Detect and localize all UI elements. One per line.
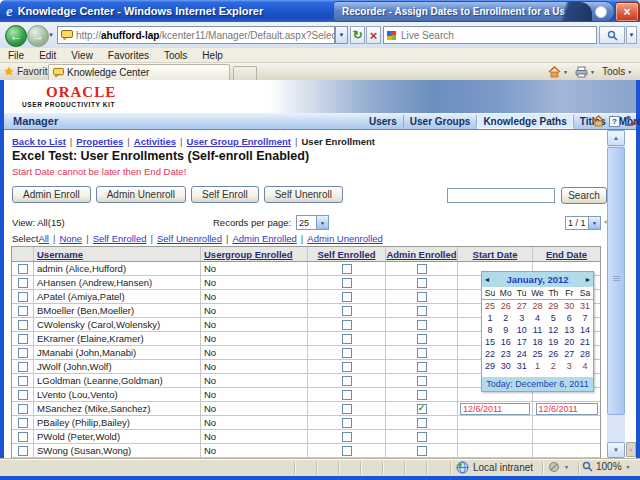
admin-enrolled-checkbox[interactable] [417,348,427,358]
column-header-self-enrolled[interactable]: Self Enrolled [308,247,386,261]
calendar-day-cell[interactable]: 22 [482,348,498,360]
row-checkbox[interactable] [18,404,28,414]
calendar-day-cell[interactable]: 31 [514,360,530,372]
admin-enrolled-checkbox[interactable] [417,432,427,442]
calendar-day-cell[interactable]: 25 [530,348,546,360]
row-checkbox[interactable] [18,376,28,386]
content-scrollbar[interactable]: ▲ ▼ [607,130,625,458]
refresh-button[interactable]: ↻ [350,26,365,44]
self-enrolled-checkbox[interactable] [342,376,352,386]
calendar-day-cell[interactable]: 14 [577,324,593,336]
calendar-day-cell[interactable]: 23 [498,348,514,360]
window-scroll-down-button[interactable]: ▼ [626,442,636,457]
calendar-day-cell[interactable]: 28 [530,300,546,312]
calendar-day-cell[interactable]: 3 [561,360,577,372]
calendar-day-cell[interactable]: 15 [482,336,498,348]
new-tab-button[interactable] [233,66,257,81]
recent-pages-dropdown[interactable]: ▼ [48,32,54,38]
end-date-input[interactable]: 12/6/2011 [536,403,598,415]
scroll-up-button[interactable]: ▲ [607,130,625,146]
calendar-day-cell[interactable]: 9 [498,324,514,336]
admin-enroll-button[interactable]: Admin Enroll [12,186,91,203]
breadcrumb-back-to-list[interactable]: Back to List [12,136,66,147]
select-link-admin-enrolled[interactable]: Admin Enrolled [232,233,296,244]
calendar-day-cell[interactable]: 13 [561,324,577,336]
menu-edit[interactable]: Edit [39,50,56,61]
row-checkbox[interactable] [18,432,28,442]
admin-enrolled-checkbox[interactable] [417,264,427,274]
select-link-all[interactable]: All [38,233,49,244]
column-header-start-date[interactable]: Start Date [458,247,533,261]
select-link-self-enrolled[interactable]: Self Enrolled [93,233,147,244]
calendar-day-cell[interactable]: 26 [498,300,514,312]
admin-enrolled-checkbox[interactable] [417,334,427,344]
admin-enrolled-checkbox[interactable] [417,320,427,330]
calendar-day-cell[interactable]: 8 [482,324,498,336]
admin-enrolled-checkbox[interactable] [417,292,427,302]
search-go-button[interactable] [599,26,625,44]
column-header-admin-enrolled[interactable]: Admin Enrolled [386,247,458,261]
calendar-day-cell[interactable]: 28 [577,348,593,360]
column-header-username[interactable]: Username [34,247,201,261]
menu-favorites[interactable]: Favorites [108,50,149,61]
calendar-day-cell[interactable]: 4 [577,360,593,372]
calendar-day-cell[interactable]: 7 [577,312,593,324]
self-enrolled-checkbox[interactable] [342,446,352,456]
calendar-today-link[interactable]: Today: December 6, 2011 [482,376,593,391]
window-close-button[interactable]: × [615,2,639,22]
address-dropdown-button[interactable]: ▼ [335,26,348,44]
admin-unenroll-button[interactable]: Admin Unenroll [96,186,186,203]
print-icon[interactable] [575,66,588,78]
calendar-day-cell[interactable]: 6 [561,312,577,324]
self-enrolled-checkbox[interactable] [342,404,352,414]
tab-knowledge-center[interactable]: Knowledge Center [48,64,230,80]
row-checkbox[interactable] [18,278,28,288]
home-icon[interactable] [592,115,605,127]
row-checkbox[interactable] [18,264,28,274]
self-enrolled-checkbox[interactable] [342,362,352,372]
calendar-day-cell[interactable]: 27 [514,300,530,312]
page-number-select[interactable]: 1 / 1 ▼ [565,216,601,230]
self-enrolled-checkbox[interactable] [342,278,352,288]
admin-enrolled-checkbox[interactable]: ✓ [417,404,427,414]
calendar-day-cell[interactable]: 2 [545,360,561,372]
calendar-day-cell[interactable]: 10 [514,324,530,336]
breadcrumb-user-group-enrollment[interactable]: User Group Enrollment [187,136,292,147]
self-enrolled-checkbox[interactable] [342,418,352,428]
print-dropdown[interactable]: ▼ [590,69,595,75]
calendar-day-cell[interactable]: 18 [530,336,546,348]
self-enrolled-checkbox[interactable] [342,334,352,344]
home-icon[interactable] [548,66,561,78]
menu-tools[interactable]: Tools [164,50,187,61]
row-checkbox[interactable] [18,306,28,316]
menu-help[interactable]: Help [202,50,223,61]
calendar-day-cell[interactable]: 25 [482,300,498,312]
calendar-day-cell[interactable]: 16 [498,336,514,348]
calendar-day-cell[interactable]: 21 [577,336,593,348]
row-checkbox[interactable] [18,362,28,372]
select-link-self-unenrolled[interactable]: Self Unenrolled [157,233,222,244]
row-checkbox[interactable] [18,348,28,358]
calendar-day-cell[interactable]: 31 [577,300,593,312]
column-header-end-date[interactable]: End Date [533,247,600,261]
calendar-next-month-icon[interactable]: ► [583,276,593,283]
self-enrolled-checkbox[interactable] [342,292,352,302]
breadcrumb-properties[interactable]: Properties [76,136,123,147]
calendar-day-cell[interactable]: 26 [545,348,561,360]
menu-view[interactable]: View [71,50,93,61]
stop-button[interactable]: × [366,26,381,44]
calendar-day-cell[interactable]: 30 [561,300,577,312]
forward-button[interactable]: → [27,25,49,47]
calendar-day-cell[interactable]: 5 [545,312,561,324]
column-header-usergroup-enrolled[interactable]: Usergroup Enrolled [201,247,308,261]
admin-enrolled-checkbox[interactable] [417,306,427,316]
calendar-day-cell[interactable]: 24 [514,348,530,360]
calendar-day-cell[interactable]: 4 [530,312,546,324]
nav-item-users[interactable]: Users [363,113,403,129]
admin-enrolled-checkbox[interactable] [417,446,427,456]
records-per-page-select[interactable]: 25 ▼ [296,215,329,230]
calendar-day-cell[interactable]: 20 [561,336,577,348]
calendar-day-cell[interactable]: 29 [545,300,561,312]
scrollbar-thumb[interactable] [607,147,625,415]
back-button[interactable]: ← [5,25,27,47]
